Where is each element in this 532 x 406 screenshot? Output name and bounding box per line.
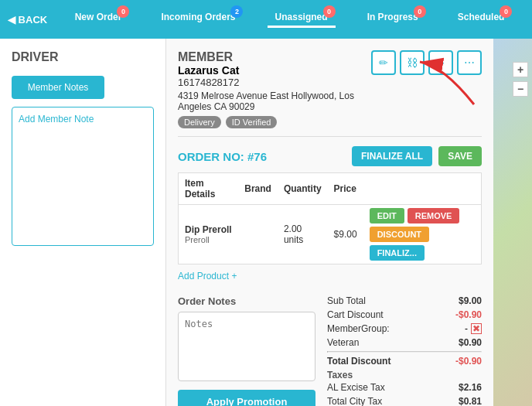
member-group-row: MemberGroup: - ✖ bbox=[327, 323, 482, 334]
link-button[interactable]: ⛓ bbox=[400, 50, 425, 75]
order-panel: MEMBER Lazarus Cat 16174828172 4319 Melr… bbox=[166, 39, 493, 406]
badge-incoming: 2 bbox=[230, 5, 243, 18]
delivery-tag: Delivery bbox=[178, 116, 221, 128]
badge-in-progress: 0 bbox=[414, 5, 426, 18]
back-label: ◀ BACK bbox=[8, 14, 47, 26]
item-price: $9.00 bbox=[328, 205, 363, 264]
back-button[interactable]: ◀ BACK bbox=[8, 14, 47, 26]
tab-in-progress[interactable]: 0 In Progress bbox=[360, 12, 426, 28]
tab-scheduled[interactable]: 0 Scheduled bbox=[450, 12, 513, 28]
apply-promotion-button[interactable]: Apply Promotion bbox=[178, 390, 315, 406]
badge-new-order: 0 bbox=[117, 5, 129, 18]
notes-textarea[interactable] bbox=[178, 312, 315, 381]
item-name: Dip Preroll bbox=[185, 224, 232, 235]
member-section-title: MEMBER bbox=[178, 50, 371, 64]
sub-total-row: Sub Total $9.00 bbox=[327, 295, 482, 306]
member-address: 4319 Melrose Avenue East Hollywood, Los … bbox=[178, 90, 371, 112]
member-name: Lazarus Cat bbox=[178, 64, 371, 77]
driver-panel: DRIVER Member Notes Add Member Note bbox=[0, 39, 166, 406]
more-button[interactable]: ⋯ bbox=[457, 50, 482, 75]
badge-scheduled: 0 bbox=[500, 5, 512, 18]
notes-label: Order Notes bbox=[178, 295, 315, 307]
col-item-details: Item Details bbox=[179, 173, 239, 205]
member-notes-button[interactable]: Member Notes bbox=[12, 76, 104, 99]
remove-item-button[interactable]: REMOVE bbox=[408, 208, 460, 223]
notes-section: Order Notes Apply Promotion bbox=[178, 295, 315, 406]
map-panel: + − bbox=[493, 39, 532, 406]
veteran-row: Veteran $0.90 bbox=[327, 337, 482, 348]
action-icons: ✏ ⛓ ↔ ⋯ bbox=[371, 50, 482, 75]
total-discount-row: Total Discount -$0.90 bbox=[327, 356, 482, 367]
save-button[interactable]: SAVE bbox=[438, 146, 482, 166]
finalize-all-button[interactable]: FINALIZE ALL bbox=[352, 146, 432, 166]
order-number: ORDER NO: #76 bbox=[178, 150, 267, 163]
item-sub: Preroll bbox=[185, 235, 232, 244]
city-tax-row: Total City Tax $0.81 bbox=[327, 396, 482, 406]
item-action-buttons-2: DISCOUNT FINALIZ... bbox=[370, 227, 475, 261]
summary-divider bbox=[327, 351, 482, 353]
finalize-item-button[interactable]: FINALIZ... bbox=[370, 245, 425, 261]
driver-title: DRIVER bbox=[12, 50, 154, 64]
item-brand bbox=[238, 205, 278, 264]
discount-button[interactable]: DISCOUNT bbox=[370, 227, 429, 242]
member-tags: Delivery ID Verified bbox=[178, 116, 371, 128]
bottom-section: Order Notes Apply Promotion Sub Total $9… bbox=[178, 295, 482, 406]
item-action-buttons: EDIT REMOVE bbox=[370, 208, 475, 223]
item-quantity: 2.00 units bbox=[278, 205, 328, 264]
divider bbox=[178, 136, 482, 137]
member-phone: 16174828172 bbox=[178, 77, 371, 88]
tab-new-order[interactable]: 0 New Order bbox=[67, 12, 130, 28]
table-row: Dip Preroll Preroll 2.00 units $9.00 EDI… bbox=[179, 205, 482, 264]
member-header: MEMBER Lazarus Cat 16174828172 4319 Melr… bbox=[178, 50, 482, 128]
transfer-button[interactable]: ↔ bbox=[428, 50, 453, 75]
al-excise-row: AL Excise Tax $2.16 bbox=[327, 382, 482, 393]
order-actions: FINALIZE ALL SAVE bbox=[352, 146, 482, 166]
cart-discount-row: Cart Discount -$0.90 bbox=[327, 309, 482, 320]
order-header: ORDER NO: #76 FINALIZE ALL SAVE bbox=[178, 146, 482, 166]
col-brand: Brand bbox=[238, 173, 278, 205]
order-table: Item Details Brand Quantity Price Dip Pr… bbox=[178, 172, 482, 264]
member-group-icon[interactable]: ✖ bbox=[471, 323, 482, 334]
add-product-link[interactable]: Add Product + bbox=[178, 271, 237, 281]
tab-incoming-orders[interactable]: 2 Incoming Orders bbox=[153, 12, 243, 28]
nav-tabs: 0 New Order 2 Incoming Orders 0 Unassign… bbox=[55, 12, 524, 28]
add-member-note[interactable]: Add Member Note bbox=[12, 107, 154, 246]
order-summary: Sub Total $9.00 Cart Discount -$0.90 Mem… bbox=[327, 295, 482, 406]
tab-unassigned[interactable]: 0 Unassigned bbox=[268, 12, 336, 28]
col-quantity: Quantity bbox=[278, 173, 328, 205]
col-price: Price bbox=[328, 173, 363, 205]
edit-item-button[interactable]: EDIT bbox=[370, 208, 404, 223]
map-zoom-out-button[interactable]: − bbox=[513, 81, 528, 97]
col-actions bbox=[363, 173, 482, 205]
map-zoom-in-button[interactable]: + bbox=[513, 62, 528, 77]
edit-member-button[interactable]: ✏ bbox=[371, 50, 396, 75]
map-background: + − bbox=[493, 39, 532, 406]
badge-unassigned: 0 bbox=[323, 5, 336, 18]
taxes-header: Taxes bbox=[327, 370, 482, 380]
verified-tag: ID Verified bbox=[226, 116, 278, 128]
